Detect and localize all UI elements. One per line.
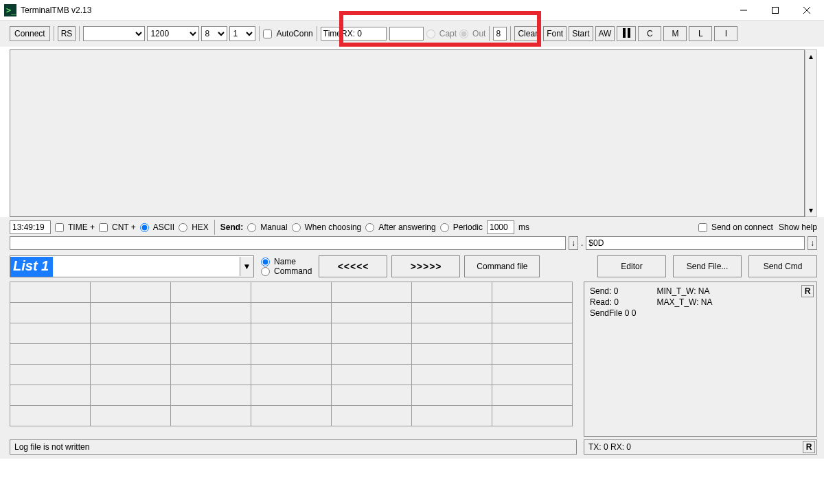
out-count-field[interactable] (493, 27, 507, 41)
timerx-label-field[interactable] (321, 27, 387, 41)
app-icon: >_ (4, 4, 16, 16)
show-help-link[interactable]: Show help (779, 222, 817, 232)
m-button[interactable]: M (663, 26, 687, 41)
rx-textarea[interactable] (10, 49, 805, 217)
start-button[interactable]: Start (569, 26, 593, 41)
clear-button[interactable]: Clear (514, 26, 541, 41)
pause-icon (623, 28, 630, 38)
terminator-dropdown[interactable]: ↓ (808, 236, 817, 250)
titlebar: >_ TerminalTMB v2.13 (0, 0, 824, 21)
editor-button[interactable]: Editor (597, 255, 666, 277)
out-radio[interactable]: Out (459, 29, 485, 38)
svg-text:>_: >_ (6, 5, 16, 15)
list-label: List 1 (10, 257, 53, 277)
chevron-down-icon[interactable]: ▼ (240, 257, 253, 276)
period-field[interactable] (487, 220, 514, 234)
time-plus-checkbox[interactable]: TIME + (55, 222, 95, 232)
stats-panel: R Send: 0 Read: 0 SendFile 0 0 MIN_T_W: … (584, 282, 817, 437)
status-log-text: Log file is not written (14, 442, 89, 452)
stat-send: Send: 0 (590, 286, 636, 296)
list-select[interactable]: List 1 ▼ (10, 255, 254, 277)
baud-select[interactable]: 1200 (147, 26, 199, 41)
stat-max-tw: MAX_T_W: NA (656, 297, 712, 307)
prev-button[interactable]: <<<<< (319, 255, 387, 277)
lower-area: R Send: 0 Read: 0 SendFile 0 0 MIN_T_W: … (0, 280, 824, 439)
status-reset-button[interactable]: R (803, 441, 815, 453)
connect-button[interactable]: Connect (10, 26, 50, 41)
send-on-connect-checkbox[interactable]: Send on connect (698, 222, 773, 232)
scroll-down-icon[interactable]: ▾ (805, 204, 816, 216)
font-button[interactable]: Font (543, 26, 566, 41)
period-unit: ms (518, 222, 529, 232)
databits-select[interactable]: 8 (201, 26, 227, 41)
timerx-value-field[interactable] (389, 27, 424, 41)
stopbits-select[interactable]: 1 (229, 26, 255, 41)
when-choosing-radio[interactable]: When choosing (292, 222, 362, 232)
i-button[interactable]: I (714, 26, 737, 41)
close-button[interactable] (791, 0, 823, 21)
options-row: TIME + CNT + ASCII HEX Send: Manual When… (0, 217, 824, 236)
ascii-radio[interactable]: ASCII (140, 222, 174, 232)
command-input[interactable] (10, 236, 566, 250)
stat-min-tw: MIN_T_W: NA (656, 286, 712, 296)
capt-radio[interactable]: Capt (426, 29, 457, 38)
command-history-dropdown[interactable]: ↓ (569, 236, 578, 250)
status-txrx-text: TX: 0 RX: 0 (588, 442, 631, 452)
port-select[interactable] (83, 26, 145, 41)
rs-button[interactable]: RS (58, 26, 76, 41)
pause-button[interactable] (617, 26, 636, 41)
list-row: List 1 ▼ Name Command <<<<< >>>>> Comman… (0, 253, 824, 280)
minimize-button[interactable] (728, 0, 759, 21)
periodic-radio[interactable]: Periodic (440, 222, 483, 232)
top-toolbar: Connect RS 1200 8 1 AutoConn Capt Out Cl… (0, 21, 824, 47)
clock-field[interactable] (10, 220, 51, 234)
hex-radio[interactable]: HEX (179, 222, 209, 232)
rx-scrollbar[interactable]: ▴ ▾ (805, 49, 817, 217)
aw-button[interactable]: AW (595, 26, 615, 41)
send-file-button[interactable]: Send File... (673, 255, 742, 277)
scroll-up-icon[interactable]: ▴ (805, 50, 816, 62)
dot-label: . (581, 238, 583, 248)
status-txrx-pane: TX: 0 RX: 0 R (584, 439, 817, 455)
stat-read: Read: 0 (590, 297, 636, 307)
rx-panel: ▴ ▾ (10, 49, 817, 217)
send-label: Send: (220, 222, 243, 232)
command-grid[interactable] (10, 282, 577, 437)
status-log-pane: Log file is not written (10, 439, 577, 455)
terminator-input[interactable] (586, 236, 805, 250)
stat-sendfile: SendFile 0 0 (590, 308, 636, 318)
c-button[interactable]: C (638, 26, 661, 41)
send-cmd-button[interactable]: Send Cmd (748, 255, 817, 277)
cnt-plus-checkbox[interactable]: CNT + (99, 222, 136, 232)
maximize-button[interactable] (759, 0, 791, 21)
status-bar: Log file is not written TX: 0 RX: 0 R (0, 439, 824, 459)
manual-radio[interactable]: Manual (247, 222, 287, 232)
window-title: TerminalTMB v2.13 (21, 5, 91, 15)
command-radio[interactable]: Command (261, 266, 312, 276)
l-button[interactable]: L (689, 26, 712, 41)
autoconn-checkbox[interactable]: AutoConn (263, 29, 312, 38)
name-radio[interactable]: Name (261, 257, 312, 266)
svg-rect-3 (772, 7, 779, 13)
command-row: ↓ . ↓ (0, 236, 824, 253)
command-file-button[interactable]: Command file (464, 255, 540, 277)
after-answering-radio[interactable]: After answering (365, 222, 435, 232)
stats-reset-button[interactable]: R (801, 285, 814, 297)
next-button[interactable]: >>>>> (391, 255, 460, 277)
